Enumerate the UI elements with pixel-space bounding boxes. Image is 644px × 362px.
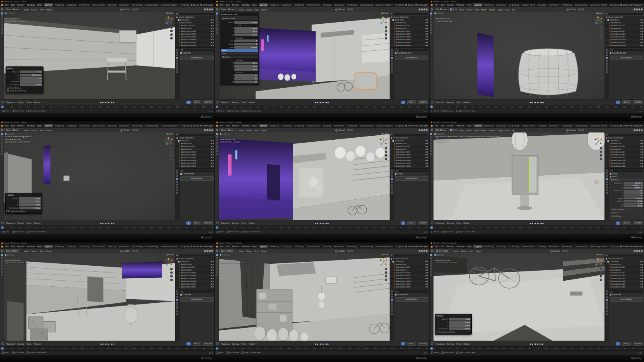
workspace-tab[interactable]: Scripting xyxy=(394,124,404,127)
visibility-toggles[interactable] xyxy=(425,33,428,35)
timeline-menu-item[interactable]: View xyxy=(455,222,462,224)
visibility-toggles[interactable] xyxy=(425,39,428,40)
scene-selector[interactable]: Scene xyxy=(191,245,199,248)
frame-start-field[interactable]: Start 1 xyxy=(193,100,202,104)
properties-search[interactable] xyxy=(180,290,214,293)
visibility-toggles[interactable] xyxy=(425,42,428,43)
toolbar-column[interactable] xyxy=(215,253,219,341)
workspace-tab[interactable]: UV Editing xyxy=(507,245,520,248)
timeline-ruler[interactable]: 1 11020304050607080901001101201301401501… xyxy=(215,225,429,230)
outliner-item[interactable]: ʃBezierCurve.002 xyxy=(175,153,215,156)
timeline-menu-item[interactable]: View xyxy=(241,222,247,224)
outliner-item[interactable]: ʃBezierCircle.001 xyxy=(605,24,644,27)
workspace-tab[interactable]: Sculpting xyxy=(495,245,507,248)
outliner-item[interactable]: ʃBezierCircle xyxy=(175,263,215,266)
workspace-tab[interactable]: Scripting xyxy=(394,245,404,248)
viewport-shading-icons[interactable] xyxy=(419,8,428,10)
workspace-tab[interactable]: Animation xyxy=(547,245,560,248)
timeline-menu-item[interactable]: Keying xyxy=(231,343,240,345)
add-modifier-button[interactable]: Add Modifier xyxy=(180,56,214,60)
viewport-menu-item[interactable]: Add xyxy=(39,8,45,11)
timeline-menu-item[interactable]: View xyxy=(455,343,462,345)
outliner-item[interactable]: ʃBezierCurve xyxy=(605,148,644,151)
menu-item[interactable]: Render xyxy=(17,245,25,248)
outliner-item[interactable]: ʃBezierCurve.001 xyxy=(175,271,215,274)
menu-item[interactable]: Render xyxy=(17,4,25,6)
field-row[interactable]: Scale X0.702 xyxy=(610,200,643,202)
workspace-tab[interactable]: Rendering xyxy=(131,245,144,248)
frame-end-field[interactable]: End 250 xyxy=(203,100,213,104)
options-dropdown[interactable]: Options xyxy=(596,12,604,14)
field-row[interactable]: OrientationGlobal xyxy=(7,83,42,86)
visibility-toggles[interactable] xyxy=(425,286,428,288)
field-value[interactable]: 2.05 m xyxy=(234,30,258,33)
scene-selector[interactable]: Scene xyxy=(405,4,414,6)
viewport-shading-icons[interactable] xyxy=(634,129,643,131)
mode-selector[interactable]: Object Mode xyxy=(219,249,237,253)
menu-item[interactable]: File xyxy=(434,245,439,248)
timeline-menu-item[interactable]: Marker xyxy=(33,101,41,103)
visibility-toggles[interactable] xyxy=(425,28,428,29)
viewport-menu-item[interactable]: View xyxy=(23,8,30,11)
viewport-menu-item[interactable]: Object xyxy=(45,8,54,11)
mode-selector[interactable]: Object Mode xyxy=(4,128,22,132)
field-value[interactable]: 2.05 m xyxy=(234,27,258,30)
viewport-menu-item[interactable]: Select xyxy=(30,250,38,252)
properties-search[interactable] xyxy=(180,170,214,172)
timeline-menu-item[interactable]: Playback xyxy=(220,222,231,224)
workspace-tab[interactable]: Sculpting xyxy=(495,124,507,127)
editor-type-icon[interactable] xyxy=(216,129,218,131)
visibility-toggles[interactable] xyxy=(211,267,214,268)
add-modifier-button[interactable]: Add Modifier xyxy=(610,297,643,302)
outliner-item[interactable]: ʃBezierCurve.006 xyxy=(605,285,644,288)
view-layer-selector[interactable]: ViewLayer xyxy=(415,4,428,6)
scene-selector[interactable]: Scene xyxy=(620,124,629,127)
menu-item[interactable]: Edit xyxy=(225,4,231,6)
viewport-menu-item[interactable]: Mesh xyxy=(480,129,487,132)
3d-viewport[interactable]: Options Edge Slide: 0.3932, Even: OFF (E… xyxy=(433,132,605,220)
workspace-tab[interactable]: Compositing xyxy=(574,3,588,6)
outliner-item[interactable]: ʃBezierCurve.001 xyxy=(605,271,644,274)
options-dropdown[interactable]: Options xyxy=(166,133,174,135)
visibility-toggles[interactable] xyxy=(425,25,428,26)
playhead[interactable]: 1 xyxy=(1,226,4,229)
viewport-shading-icons[interactable] xyxy=(419,129,428,131)
workspace-tab[interactable]: Shading xyxy=(322,245,332,248)
properties-search[interactable] xyxy=(610,49,643,51)
visibility-toggles[interactable] xyxy=(640,143,643,144)
timeline-editor-icon[interactable] xyxy=(431,342,433,345)
outliner-item[interactable]: ʃBezierCurve.002 xyxy=(390,153,429,156)
field-value[interactable]: Sphere xyxy=(234,46,258,49)
checkbox[interactable] xyxy=(7,87,9,89)
workspace-tab[interactable]: Texture Paint xyxy=(306,3,321,6)
playhead[interactable]: 1 xyxy=(216,226,219,229)
checkbox-row[interactable]: Proportional Editing xyxy=(7,89,42,92)
viewport-menu-item[interactable]: Select xyxy=(465,129,473,132)
menu-item[interactable]: File xyxy=(219,4,224,6)
visibility-toggles[interactable] xyxy=(211,269,214,271)
field-value[interactable]: Global xyxy=(19,207,41,209)
workspace-tab[interactable]: Sculpting xyxy=(280,124,292,127)
viewport-menu-item[interactable]: Edge xyxy=(497,8,504,11)
3d-viewport[interactable]: Options User Perspective (1) Collection … xyxy=(433,253,605,341)
visibility-toggles[interactable] xyxy=(640,160,643,161)
workspace-tab[interactable]: UV Editing xyxy=(293,124,305,127)
viewport-menu-item[interactable]: Vertex xyxy=(488,8,496,11)
add-modifier-button[interactable]: Add Modifier xyxy=(395,297,428,302)
outliner-search[interactable] xyxy=(393,13,428,15)
visibility-toggles[interactable] xyxy=(640,267,643,268)
outliner-item[interactable]: ʃBezierCurve.001 xyxy=(390,271,429,274)
playback-controls[interactable]: ◀◀ ◀ ▶ ▶▶ xyxy=(315,222,330,224)
menu-item[interactable]: Edit xyxy=(225,124,231,127)
workspace-tab[interactable]: Modeling xyxy=(483,124,495,127)
visibility-toggles[interactable] xyxy=(425,165,428,167)
navigation-gizmo[interactable] xyxy=(379,257,388,267)
panel-title[interactable]: ▾ Move xyxy=(7,68,42,70)
field-row[interactable]: X6.2 m xyxy=(221,62,258,64)
timeline-ruler[interactable]: 1 11020304050607080901001101201301401501… xyxy=(429,346,644,350)
workspace-tab[interactable]: Layout xyxy=(259,3,268,6)
field-row[interactable]: Y0° xyxy=(221,77,258,80)
properties-search[interactable] xyxy=(395,170,428,172)
add-modifier-button[interactable]: Add Modifier xyxy=(180,297,214,302)
visibility-toggles[interactable] xyxy=(425,151,428,153)
